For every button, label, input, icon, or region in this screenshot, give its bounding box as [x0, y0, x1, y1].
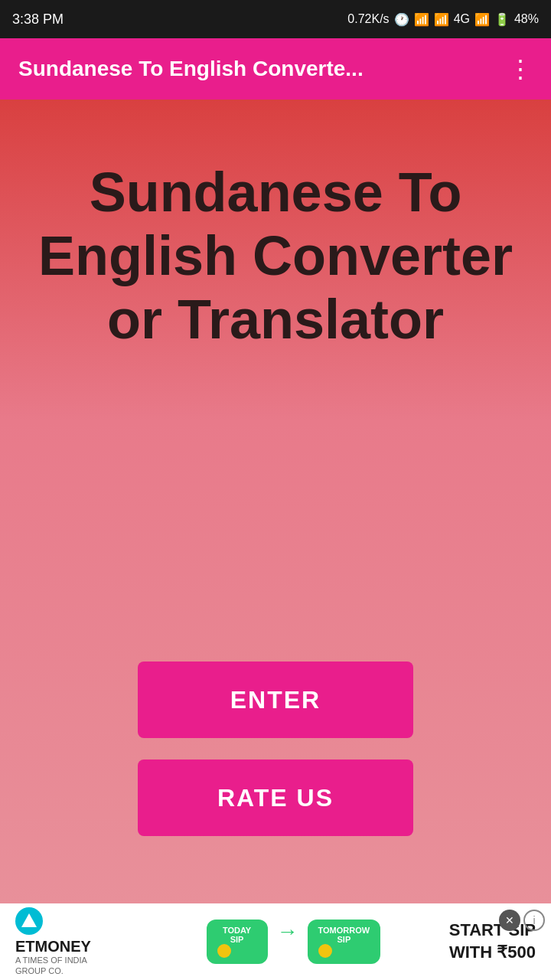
coin-icon-tomorrow [318, 944, 332, 958]
ad-brand-sub: A TIMES OF INDIA GROUP CO. [15, 956, 87, 975]
ad-right-text: START SIP WITH ₹500 [449, 920, 536, 963]
battery-icon: 🔋 [494, 12, 510, 27]
ad-tomorrow-pill: TOMORROWSIP [308, 920, 381, 964]
status-left: 3:38 PM [12, 11, 64, 28]
app-bar-title: Sundanese To English Converte... [18, 57, 364, 81]
ad-logo-icon [15, 907, 43, 935]
alarm-icon: 🕐 [394, 12, 409, 27]
app-title: Sundanese To English Converter or Transl… [0, 161, 551, 351]
buttons-area: ENTER RATE US [138, 662, 413, 858]
network-type: 4G [454, 12, 470, 26]
ad-info-button[interactable]: i [523, 910, 545, 931]
wifi-icon: 📶 [414, 12, 429, 27]
ad-logo-area: ETMONEY A TIMES OF INDIA GROUP CO. [15, 907, 122, 975]
coin-icon-today [217, 944, 231, 958]
rate-us-button[interactable]: RATE US [138, 760, 413, 836]
ad-today-label: TODAYSIP [217, 926, 257, 944]
ad-close-button[interactable]: ✕ [499, 910, 520, 931]
ad-today-coins [217, 944, 257, 958]
ad-brand-name: ETMONEY [15, 938, 91, 956]
enter-button[interactable]: ENTER [138, 662, 413, 738]
ad-banner: ETMONEY A TIMES OF INDIA GROUP CO. TODAY… [0, 903, 551, 980]
signal-icon: 📶 [434, 12, 449, 27]
ad-tomorrow-coins [318, 944, 370, 958]
signal-icon-2: 📶 [474, 12, 490, 27]
network-speed: 0.72K/s [347, 12, 389, 26]
time: 3:38 PM [12, 11, 64, 28]
menu-icon[interactable]: ⋮ [508, 54, 533, 83]
status-right: 0.72K/s 🕐 📶 📶 4G 📶 🔋 48% [347, 12, 539, 27]
ad-tomorrow-label: TOMORROWSIP [318, 926, 370, 944]
app-bar: Sundanese To English Converte... ⋮ [0, 38, 551, 100]
status-bar: 3:38 PM 0.72K/s 🕐 📶 📶 4G 📶 🔋 48% [0, 0, 551, 38]
main-content: Sundanese To English Converter or Transl… [0, 100, 551, 903]
battery-percentage: 48% [514, 12, 539, 26]
ad-arrow-icon: → [277, 920, 298, 964]
ad-today-pill: TODAYSIP [207, 920, 268, 964]
ad-middle: TODAYSIP → TOMORROWSIP [138, 920, 449, 964]
